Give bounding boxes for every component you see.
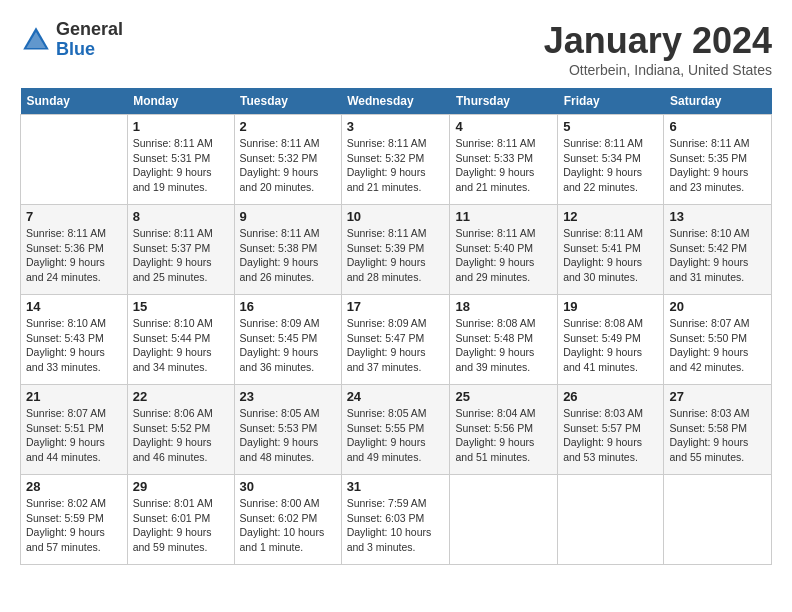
calendar-cell: 22Sunrise: 8:06 AM Sunset: 5:52 PM Dayli… bbox=[127, 385, 234, 475]
calendar-cell: 21Sunrise: 8:07 AM Sunset: 5:51 PM Dayli… bbox=[21, 385, 128, 475]
day-number: 2 bbox=[240, 119, 336, 134]
day-number: 24 bbox=[347, 389, 445, 404]
day-info: Sunrise: 8:11 AM Sunset: 5:41 PM Dayligh… bbox=[563, 226, 658, 285]
day-info: Sunrise: 8:03 AM Sunset: 5:58 PM Dayligh… bbox=[669, 406, 766, 465]
logo-icon bbox=[20, 24, 52, 56]
day-number: 8 bbox=[133, 209, 229, 224]
calendar-cell: 31Sunrise: 7:59 AM Sunset: 6:03 PM Dayli… bbox=[341, 475, 450, 565]
page-header: General Blue January 2024 Otterbein, Ind… bbox=[20, 20, 772, 78]
day-number: 31 bbox=[347, 479, 445, 494]
day-number: 29 bbox=[133, 479, 229, 494]
day-number: 1 bbox=[133, 119, 229, 134]
calendar-cell: 18Sunrise: 8:08 AM Sunset: 5:48 PM Dayli… bbox=[450, 295, 558, 385]
day-info: Sunrise: 8:05 AM Sunset: 5:55 PM Dayligh… bbox=[347, 406, 445, 465]
day-info: Sunrise: 8:11 AM Sunset: 5:33 PM Dayligh… bbox=[455, 136, 552, 195]
day-info: Sunrise: 8:10 AM Sunset: 5:43 PM Dayligh… bbox=[26, 316, 122, 375]
week-row-4: 21Sunrise: 8:07 AM Sunset: 5:51 PM Dayli… bbox=[21, 385, 772, 475]
day-header-sunday: Sunday bbox=[21, 88, 128, 115]
day-info: Sunrise: 8:08 AM Sunset: 5:49 PM Dayligh… bbox=[563, 316, 658, 375]
week-row-5: 28Sunrise: 8:02 AM Sunset: 5:59 PM Dayli… bbox=[21, 475, 772, 565]
day-number: 13 bbox=[669, 209, 766, 224]
calendar-cell: 28Sunrise: 8:02 AM Sunset: 5:59 PM Dayli… bbox=[21, 475, 128, 565]
day-header-tuesday: Tuesday bbox=[234, 88, 341, 115]
day-info: Sunrise: 8:11 AM Sunset: 5:31 PM Dayligh… bbox=[133, 136, 229, 195]
calendar-cell: 10Sunrise: 8:11 AM Sunset: 5:39 PM Dayli… bbox=[341, 205, 450, 295]
day-number: 11 bbox=[455, 209, 552, 224]
day-number: 22 bbox=[133, 389, 229, 404]
logo-blue-text: Blue bbox=[56, 40, 123, 60]
day-number: 7 bbox=[26, 209, 122, 224]
calendar-cell: 3Sunrise: 8:11 AM Sunset: 5:32 PM Daylig… bbox=[341, 115, 450, 205]
day-info: Sunrise: 8:00 AM Sunset: 6:02 PM Dayligh… bbox=[240, 496, 336, 555]
calendar-cell: 14Sunrise: 8:10 AM Sunset: 5:43 PM Dayli… bbox=[21, 295, 128, 385]
calendar-cell: 30Sunrise: 8:00 AM Sunset: 6:02 PM Dayli… bbox=[234, 475, 341, 565]
day-number: 17 bbox=[347, 299, 445, 314]
day-info: Sunrise: 8:07 AM Sunset: 5:50 PM Dayligh… bbox=[669, 316, 766, 375]
calendar-cell: 2Sunrise: 8:11 AM Sunset: 5:32 PM Daylig… bbox=[234, 115, 341, 205]
day-info: Sunrise: 8:08 AM Sunset: 5:48 PM Dayligh… bbox=[455, 316, 552, 375]
day-info: Sunrise: 8:10 AM Sunset: 5:42 PM Dayligh… bbox=[669, 226, 766, 285]
day-info: Sunrise: 8:09 AM Sunset: 5:45 PM Dayligh… bbox=[240, 316, 336, 375]
day-number: 4 bbox=[455, 119, 552, 134]
day-number: 25 bbox=[455, 389, 552, 404]
day-info: Sunrise: 8:11 AM Sunset: 5:32 PM Dayligh… bbox=[240, 136, 336, 195]
calendar-cell: 26Sunrise: 8:03 AM Sunset: 5:57 PM Dayli… bbox=[558, 385, 664, 475]
day-number: 26 bbox=[563, 389, 658, 404]
day-number: 28 bbox=[26, 479, 122, 494]
day-info: Sunrise: 8:11 AM Sunset: 5:35 PM Dayligh… bbox=[669, 136, 766, 195]
day-number: 30 bbox=[240, 479, 336, 494]
day-number: 21 bbox=[26, 389, 122, 404]
day-info: Sunrise: 8:11 AM Sunset: 5:34 PM Dayligh… bbox=[563, 136, 658, 195]
day-number: 6 bbox=[669, 119, 766, 134]
calendar-cell: 24Sunrise: 8:05 AM Sunset: 5:55 PM Dayli… bbox=[341, 385, 450, 475]
calendar-cell: 29Sunrise: 8:01 AM Sunset: 6:01 PM Dayli… bbox=[127, 475, 234, 565]
day-header-saturday: Saturday bbox=[664, 88, 772, 115]
day-info: Sunrise: 8:10 AM Sunset: 5:44 PM Dayligh… bbox=[133, 316, 229, 375]
day-header-friday: Friday bbox=[558, 88, 664, 115]
day-number: 19 bbox=[563, 299, 658, 314]
day-header-monday: Monday bbox=[127, 88, 234, 115]
calendar-cell: 17Sunrise: 8:09 AM Sunset: 5:47 PM Dayli… bbox=[341, 295, 450, 385]
calendar-cell bbox=[450, 475, 558, 565]
day-info: Sunrise: 8:01 AM Sunset: 6:01 PM Dayligh… bbox=[133, 496, 229, 555]
day-info: Sunrise: 8:11 AM Sunset: 5:38 PM Dayligh… bbox=[240, 226, 336, 285]
day-number: 20 bbox=[669, 299, 766, 314]
calendar-cell: 23Sunrise: 8:05 AM Sunset: 5:53 PM Dayli… bbox=[234, 385, 341, 475]
day-info: Sunrise: 8:05 AM Sunset: 5:53 PM Dayligh… bbox=[240, 406, 336, 465]
week-row-1: 1Sunrise: 8:11 AM Sunset: 5:31 PM Daylig… bbox=[21, 115, 772, 205]
calendar-cell: 5Sunrise: 8:11 AM Sunset: 5:34 PM Daylig… bbox=[558, 115, 664, 205]
day-number: 5 bbox=[563, 119, 658, 134]
calendar-header: SundayMondayTuesdayWednesdayThursdayFrid… bbox=[21, 88, 772, 115]
day-number: 9 bbox=[240, 209, 336, 224]
calendar-cell: 16Sunrise: 8:09 AM Sunset: 5:45 PM Dayli… bbox=[234, 295, 341, 385]
location-subtitle: Otterbein, Indiana, United States bbox=[544, 62, 772, 78]
month-title: January 2024 bbox=[544, 20, 772, 62]
day-info: Sunrise: 8:11 AM Sunset: 5:39 PM Dayligh… bbox=[347, 226, 445, 285]
day-info: Sunrise: 8:11 AM Sunset: 5:36 PM Dayligh… bbox=[26, 226, 122, 285]
calendar-body: 1Sunrise: 8:11 AM Sunset: 5:31 PM Daylig… bbox=[21, 115, 772, 565]
header-row: SundayMondayTuesdayWednesdayThursdayFrid… bbox=[21, 88, 772, 115]
week-row-2: 7Sunrise: 8:11 AM Sunset: 5:36 PM Daylig… bbox=[21, 205, 772, 295]
day-number: 16 bbox=[240, 299, 336, 314]
day-header-thursday: Thursday bbox=[450, 88, 558, 115]
day-info: Sunrise: 8:02 AM Sunset: 5:59 PM Dayligh… bbox=[26, 496, 122, 555]
calendar-cell: 11Sunrise: 8:11 AM Sunset: 5:40 PM Dayli… bbox=[450, 205, 558, 295]
calendar-cell: 7Sunrise: 8:11 AM Sunset: 5:36 PM Daylig… bbox=[21, 205, 128, 295]
week-row-3: 14Sunrise: 8:10 AM Sunset: 5:43 PM Dayli… bbox=[21, 295, 772, 385]
day-info: Sunrise: 8:07 AM Sunset: 5:51 PM Dayligh… bbox=[26, 406, 122, 465]
calendar-cell bbox=[558, 475, 664, 565]
day-number: 23 bbox=[240, 389, 336, 404]
day-info: Sunrise: 8:03 AM Sunset: 5:57 PM Dayligh… bbox=[563, 406, 658, 465]
title-section: January 2024 Otterbein, Indiana, United … bbox=[544, 20, 772, 78]
calendar-cell: 25Sunrise: 8:04 AM Sunset: 5:56 PM Dayli… bbox=[450, 385, 558, 475]
day-header-wednesday: Wednesday bbox=[341, 88, 450, 115]
day-number: 18 bbox=[455, 299, 552, 314]
day-number: 15 bbox=[133, 299, 229, 314]
logo: General Blue bbox=[20, 20, 123, 60]
day-info: Sunrise: 8:09 AM Sunset: 5:47 PM Dayligh… bbox=[347, 316, 445, 375]
day-number: 14 bbox=[26, 299, 122, 314]
day-info: Sunrise: 8:11 AM Sunset: 5:37 PM Dayligh… bbox=[133, 226, 229, 285]
day-number: 10 bbox=[347, 209, 445, 224]
calendar-cell bbox=[664, 475, 772, 565]
calendar-table: SundayMondayTuesdayWednesdayThursdayFrid… bbox=[20, 88, 772, 565]
